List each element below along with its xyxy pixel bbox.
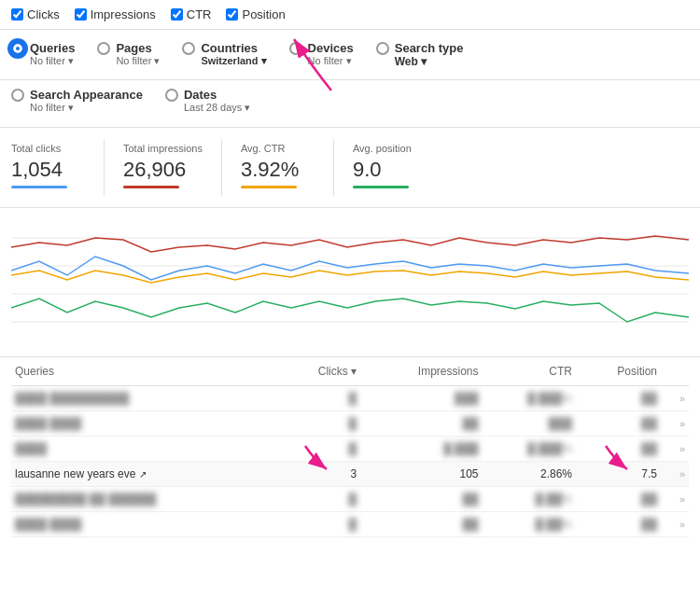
dimension-row-1: Queries No filter ▾ Pages No filter ▾ Co… <box>0 30 700 80</box>
row-query: ████ ████ <box>11 512 278 537</box>
table-row-lausanne[interactable]: lausanne new years eve ↗ 3 <box>11 462 689 487</box>
row-clicks: █ <box>278 487 361 512</box>
dates-filter[interactable]: Last 28 days ▾ <box>184 102 250 114</box>
row-chevron[interactable]: » <box>661 512 689 537</box>
row-chevron[interactable]: » <box>661 411 689 437</box>
position-label: Position <box>242 7 285 21</box>
row-impressions: ██ <box>360 411 482 437</box>
ctr-checkbox[interactable] <box>171 8 183 21</box>
filter-bar: Clicks Impressions CTR Position <box>0 0 700 30</box>
clicks-checkbox[interactable] <box>11 8 23 21</box>
table-row[interactable]: █████████ ██ ██████ █ ██ █.██% ██ » <box>11 487 689 512</box>
impressions-checkbox[interactable] <box>75 8 87 21</box>
row-chevron[interactable]: » <box>661 437 689 462</box>
stats-row: Total clicks 1,054 Total impressions 26,… <box>0 128 700 208</box>
pages-filter[interactable]: No filter ▾ <box>116 55 160 67</box>
stat-total-clicks-bar <box>11 186 67 188</box>
annotation-arrow-position <box>601 441 638 474</box>
row-clicks-lausanne: 3 <box>278 462 361 487</box>
searchtype-filter[interactable]: Web ▾ <box>395 55 427 68</box>
impressions-label: Impressions <box>91 7 156 21</box>
row-clicks: █ <box>278 411 361 437</box>
row-clicks: █ <box>278 512 361 537</box>
row-chevron[interactable]: » <box>661 386 689 411</box>
searchtype-radio[interactable] <box>376 42 389 55</box>
stat-avg-position-bar <box>353 186 409 188</box>
table-row[interactable]: ████ ██████████ █ ███ █.███% ██ » <box>11 386 689 411</box>
queries-filter[interactable]: No filter ▾ <box>30 55 74 67</box>
table-section: Queries Clicks ▾ Impressions CTR Positio… <box>0 357 700 537</box>
row-ctr-lausanne: 2.86% <box>483 462 576 487</box>
row-ctr: █.███% <box>483 386 576 411</box>
row-ctr: ███ <box>483 411 576 437</box>
row-ctr: █.██% <box>483 512 576 537</box>
queries-radio[interactable] <box>11 42 24 55</box>
row-ctr: █.███% <box>483 437 576 462</box>
row-query: ████ <box>11 437 278 462</box>
ctr-filter[interactable]: CTR <box>171 7 212 21</box>
pages-label: Pages <box>116 41 151 55</box>
searchappearance-radio[interactable] <box>11 89 24 102</box>
row-impressions-lausanne: 105 <box>360 462 482 487</box>
searchappearance-label: Search Appearance <box>30 88 143 102</box>
stat-total-impressions-value: 26,906 <box>123 158 203 182</box>
searchtype-label: Search type <box>395 41 464 55</box>
dimension-devices[interactable]: Devices No filter ▾ <box>289 37 354 71</box>
dimension-pages[interactable]: Pages No filter ▾ <box>97 37 160 71</box>
stat-avg-ctr-title: Avg. CTR <box>241 143 315 154</box>
dates-label: Dates <box>184 88 217 102</box>
impressions-filter[interactable]: Impressions <box>75 7 156 21</box>
stat-total-impressions-bar <box>123 186 179 188</box>
stat-avg-ctr-value: 3.92% <box>241 158 315 182</box>
stat-total-impressions-title: Total impressions <box>123 143 203 154</box>
row-chevron-lausanne[interactable]: » <box>661 462 689 487</box>
position-filter[interactable]: Position <box>226 7 285 21</box>
row-position: ██ <box>576 386 661 411</box>
countries-radio[interactable] <box>182 42 195 55</box>
row-position-lausanne: 7.5 <box>576 462 661 487</box>
row-query: ████ ██████████ <box>11 386 278 411</box>
devices-radio[interactable] <box>289 42 302 55</box>
row-chevron[interactable]: » <box>661 487 689 512</box>
annotation-arrow-clicks <box>301 441 338 474</box>
row-impressions: ███ <box>360 386 482 411</box>
th-impressions: Impressions <box>360 357 482 386</box>
devices-label: Devices <box>308 41 354 55</box>
row-impressions: ██ <box>360 487 482 512</box>
table-row[interactable]: ████ ████ █ ██ █.██% ██ » <box>11 512 689 537</box>
position-checkbox[interactable] <box>226 8 238 21</box>
searchappearance-filter[interactable]: No filter ▾ <box>30 102 74 114</box>
row-position: ██ <box>576 411 661 437</box>
chart-svg <box>11 219 689 341</box>
stat-avg-position-value: 9.0 <box>353 158 427 182</box>
dimension-searchappearance[interactable]: Search Appearance No filter ▾ <box>11 84 143 118</box>
stat-total-clicks: Total clicks 1,054 <box>11 139 105 196</box>
table-header-row: Queries Clicks ▾ Impressions CTR Positio… <box>11 357 689 386</box>
table-row[interactable]: ████ ████ █ ██ ███ ██ » <box>11 411 689 437</box>
stat-total-clicks-value: 1,054 <box>11 158 85 182</box>
data-table: Queries Clicks ▾ Impressions CTR Positio… <box>11 357 689 537</box>
th-position: Position <box>576 357 661 386</box>
th-queries: Queries <box>11 357 278 386</box>
queries-label: Queries <box>30 41 75 55</box>
dimension-countries[interactable]: Countries Switzerland ▾ <box>182 37 266 71</box>
th-clicks[interactable]: Clicks ▾ <box>278 357 361 386</box>
dimension-row-2: Search Appearance No filter ▾ Dates Last… <box>0 80 700 128</box>
stat-avg-ctr-bar <box>241 186 297 188</box>
stat-avg-ctr: Avg. CTR 3.92% <box>241 139 334 196</box>
dates-radio[interactable] <box>165 89 178 102</box>
countries-label: Countries <box>201 41 258 55</box>
table-row[interactable]: ████ █ █,███ █.███% ██ » <box>11 437 689 462</box>
pages-radio[interactable] <box>97 42 110 55</box>
clicks-filter[interactable]: Clicks <box>11 7 60 21</box>
countries-filter[interactable]: Switzerland ▾ <box>201 55 266 67</box>
dimension-searchtype[interactable]: Search type Web ▾ <box>376 37 464 72</box>
dimension-dates[interactable]: Dates Last 28 days ▾ <box>165 84 250 118</box>
row-position: ██ <box>576 512 661 537</box>
row-clicks: █ <box>278 386 361 411</box>
row-query: ████ ████ <box>11 411 278 437</box>
row-impressions: █,███ <box>360 437 482 462</box>
devices-filter[interactable]: No filter ▾ <box>308 55 352 67</box>
row-query: █████████ ██ ██████ <box>11 487 278 512</box>
dimension-queries[interactable]: Queries No filter ▾ <box>11 37 75 71</box>
